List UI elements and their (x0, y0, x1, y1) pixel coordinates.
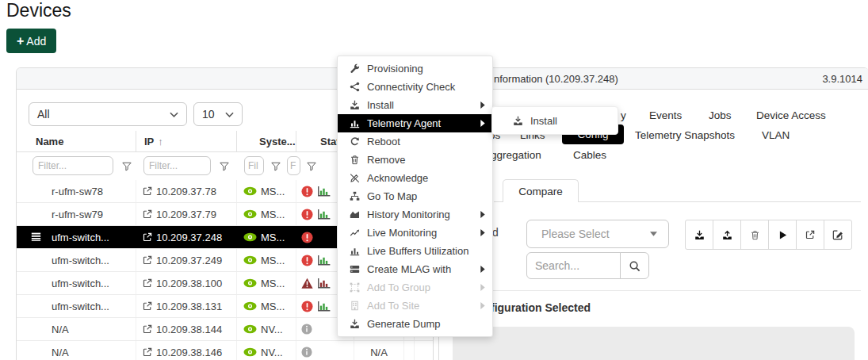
submenu-arrow-icon (480, 120, 485, 127)
submenu-arrow-icon (480, 229, 485, 236)
menu-item-reboot[interactable]: Reboot (338, 132, 492, 151)
column-header-ip[interactable]: IP↑ (136, 131, 236, 151)
tab-events[interactable]: Events (649, 109, 682, 121)
menu-item-install[interactable]: Install (338, 96, 492, 114)
version-label: 3.9.1014 (822, 73, 862, 85)
chevron-down-icon (170, 112, 178, 117)
menu-item-live-monitoring[interactable]: Live Monitoring (338, 224, 492, 242)
delete-button[interactable] (740, 220, 769, 250)
error-icon (301, 232, 313, 243)
bar-chart-icon (317, 209, 331, 220)
external-link-icon[interactable] (143, 301, 152, 311)
menu-item-history-monitoring[interactable]: History Monitoring (338, 205, 492, 224)
devices-page: Devices +Add All 10 Name IP↑ Syste... St… (0, 0, 868, 360)
tab-telemetry-snapshots[interactable]: Telemetry Snapshots (635, 129, 735, 141)
device-system-cell: MS... (236, 226, 296, 248)
submenu-item-install[interactable]: Install (492, 107, 618, 134)
external-link-icon[interactable] (143, 232, 152, 242)
device-system-cell: NV... (236, 341, 296, 360)
external-link-icon[interactable] (143, 347, 152, 357)
config-label-fragment: d (492, 226, 499, 239)
funnel-icon[interactable] (220, 160, 229, 174)
device-name-cell: ufm-switch... (17, 226, 136, 248)
wrench-icon (348, 63, 361, 74)
external-link-icon[interactable] (143, 209, 152, 219)
submenu-arrow-icon (480, 266, 485, 273)
funnel-icon[interactable] (307, 160, 316, 174)
bar-chart-icon (317, 278, 331, 289)
eye-icon (243, 278, 257, 288)
tab-compare[interactable]: Compare (503, 179, 579, 202)
funnel-icon[interactable] (271, 160, 281, 174)
menu-item-telemetry-agent[interactable]: Telemetry Agent (338, 114, 492, 132)
tab-device-access[interactable]: Device Access (756, 109, 826, 121)
device-name-cell: N/A (17, 318, 136, 340)
bar-chart-icon (317, 255, 331, 266)
sort-asc-icon: ↑ (158, 136, 163, 147)
device-ip-cell: 10.209.37.79 (136, 203, 236, 225)
menu-item-connectivity-check[interactable]: Connectivity Check (338, 78, 492, 96)
tab-vlan[interactable]: VLAN (762, 129, 790, 141)
ip-filter-input[interactable] (143, 156, 211, 175)
menu-item-live-buffers-utilization[interactable]: Live Buffers Utilization (338, 242, 492, 260)
device-extra-cell: N/A (354, 341, 403, 360)
download-icon (348, 319, 361, 329)
status-filter-input[interactable] (287, 156, 300, 175)
open-external-button[interactable] (796, 220, 824, 250)
tab-jobs[interactable]: Jobs (709, 109, 732, 121)
bar-chart-icon (317, 301, 331, 312)
eye-icon (243, 255, 257, 265)
page-size-select[interactable]: 10 (193, 102, 243, 126)
tab-aggregation-fragment[interactable]: ggregation (491, 149, 541, 161)
menu-item-provisioning[interactable]: Provisioning (338, 59, 492, 78)
download-button[interactable] (685, 220, 713, 250)
telemetry-agent-submenu: Install (491, 106, 618, 135)
tab-fragment[interactable]: y (621, 109, 626, 121)
device-system-cell: MS... (236, 272, 296, 294)
device-ip-cell: 10.209.38.100 (136, 272, 236, 294)
menu-item-add-to-site: Add To Site (338, 297, 492, 315)
device-system-cell: MS... (236, 203, 296, 225)
name-filter-input[interactable] (33, 156, 113, 175)
error-icon (301, 255, 313, 266)
configuration-select[interactable]: Please Select (526, 220, 669, 248)
external-link-icon[interactable] (143, 255, 152, 265)
eye-icon (243, 324, 257, 334)
page-title: Devices (6, 0, 71, 21)
error-icon (301, 209, 313, 220)
menu-item-acknowledge[interactable]: Acknowledge (338, 169, 492, 187)
external-link-icon[interactable] (143, 186, 152, 196)
system-filter-input[interactable] (244, 156, 264, 175)
device-system-cell: NV... (236, 318, 296, 340)
menu-item-create-mlag-with[interactable]: Create MLAG with (338, 260, 492, 278)
menu-item-go-to-map[interactable]: Go To Map (338, 187, 492, 205)
submenu-arrow-icon (480, 101, 485, 109)
info-icon (301, 347, 312, 358)
search-button[interactable] (620, 252, 649, 279)
bar-chart-icon (348, 246, 361, 256)
upload-icon (722, 230, 732, 240)
external-link-icon[interactable] (143, 278, 152, 288)
funnel-icon[interactable] (122, 160, 132, 174)
eye-icon (243, 301, 257, 311)
share-icon (348, 82, 361, 92)
section-divider (453, 290, 861, 291)
menu-item-generate-dump[interactable]: Generate Dump (338, 315, 492, 333)
column-header-system[interactable]: Syste... (236, 131, 296, 151)
table-row-n-a-10-209-38-146[interactable]: N/A10.209.38.146NV...N/A (17, 341, 433, 360)
edit-button[interactable] (824, 220, 852, 250)
view-filter-select[interactable]: All (29, 102, 187, 126)
device-ip-cell: 10.209.37.78 (136, 180, 236, 202)
run-button[interactable] (768, 220, 797, 250)
eye-icon (243, 232, 257, 242)
menu-item-remove[interactable]: Remove (338, 151, 492, 169)
add-device-button[interactable]: +Add (6, 29, 56, 53)
tab-cables[interactable]: Cables (573, 149, 606, 161)
column-header-name[interactable]: Name (17, 131, 136, 151)
config-empty-box (453, 327, 855, 360)
external-link-icon[interactable] (143, 324, 152, 334)
device-ip-cell: 10.209.38.146 (136, 341, 236, 360)
search-input[interactable] (526, 252, 621, 279)
device-system-cell: MS... (236, 180, 296, 202)
upload-button[interactable] (713, 220, 741, 250)
